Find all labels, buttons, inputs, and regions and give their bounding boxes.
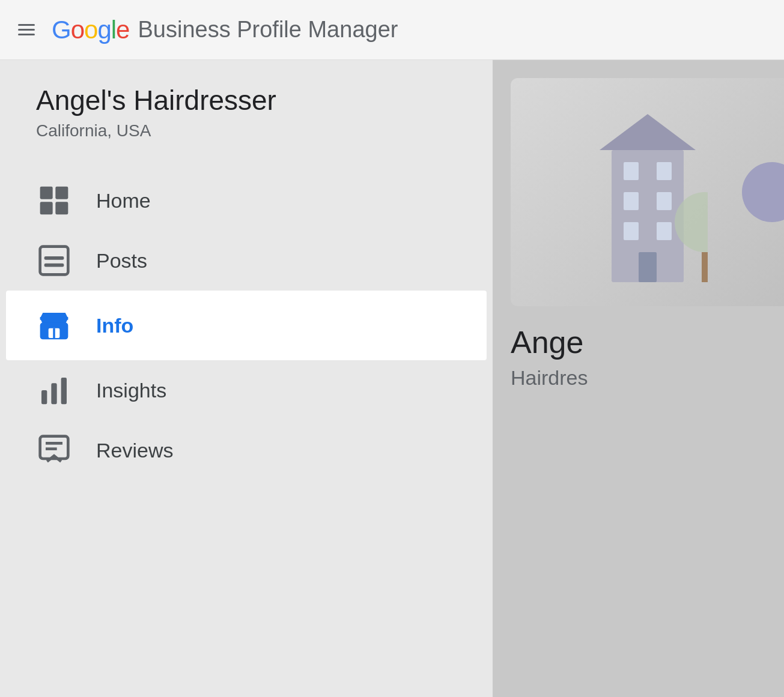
- svg-rect-6: [44, 264, 64, 267]
- sidebar-item-posts[interactable]: Posts: [0, 231, 493, 291]
- info-store-icon: [36, 307, 72, 343]
- svg-rect-1: [55, 187, 68, 199]
- home-label: Home: [96, 189, 151, 213]
- sidebar: Angel's Hairdresser California, USA Home: [0, 60, 493, 697]
- svg-rect-2: [40, 202, 53, 214]
- main-layout: Angel's Hairdresser California, USA Home: [0, 60, 784, 697]
- sidebar-item-reviews[interactable]: Reviews: [0, 420, 493, 480]
- info-label: Info: [96, 314, 133, 337]
- svg-rect-3: [55, 202, 68, 214]
- menu-button[interactable]: [18, 24, 35, 35]
- google-wordmark: Google: [52, 16, 129, 44]
- svg-rect-13: [51, 383, 56, 404]
- svg-rect-20: [624, 162, 639, 180]
- sidebar-item-home[interactable]: Home: [0, 170, 493, 231]
- svg-rect-22: [624, 192, 639, 210]
- sidebar-item-insights[interactable]: Insights: [0, 360, 493, 420]
- svg-rect-12: [41, 390, 47, 404]
- right-panel: Ange Hairdres: [493, 60, 784, 697]
- reviews-icon: [36, 432, 72, 468]
- svg-rect-24: [624, 222, 639, 240]
- home-icon: [36, 183, 72, 219]
- svg-rect-4: [40, 247, 68, 275]
- reviews-label: Reviews: [96, 439, 173, 462]
- svg-rect-5: [44, 256, 64, 260]
- svg-rect-21: [657, 162, 672, 180]
- business-card-image: [511, 78, 784, 306]
- svg-rect-28: [702, 252, 708, 282]
- sidebar-item-info[interactable]: Info: [6, 291, 487, 360]
- svg-rect-14: [61, 378, 67, 404]
- svg-rect-26: [639, 252, 657, 282]
- svg-rect-25: [657, 222, 672, 240]
- app-logo: Google Business Profile Manager: [52, 16, 398, 44]
- header: Google Business Profile Manager: [0, 0, 784, 60]
- app-title: Business Profile Manager: [138, 17, 398, 43]
- posts-label: Posts: [96, 249, 147, 273]
- svg-marker-19: [600, 114, 696, 150]
- right-business-name: Ange: [511, 324, 784, 360]
- right-business-type: Hairdres: [511, 366, 784, 390]
- insights-label: Insights: [96, 379, 166, 402]
- business-name: Angel's Hairdresser: [0, 84, 493, 116]
- svg-rect-0: [40, 187, 53, 199]
- svg-rect-23: [657, 192, 672, 210]
- right-panel-business-info: Ange Hairdres: [511, 324, 784, 390]
- insights-icon: [36, 372, 72, 408]
- business-location: California, USA: [0, 121, 493, 140]
- posts-icon: [36, 243, 72, 279]
